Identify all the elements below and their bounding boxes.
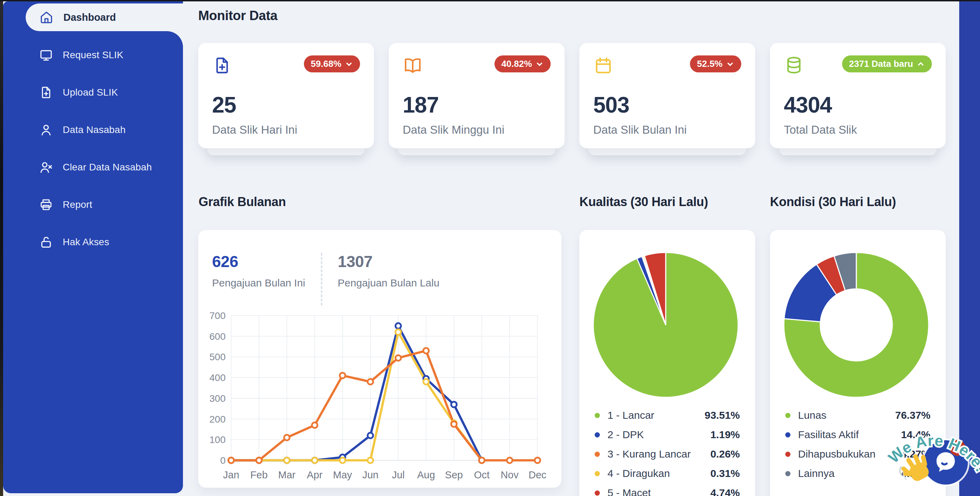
sidebar-item-data-nasabah[interactable]: Data Nasabah bbox=[3, 111, 183, 149]
legend-value: 14.4% bbox=[901, 429, 931, 440]
svg-text:600: 600 bbox=[209, 331, 226, 342]
svg-text:Sep: Sep bbox=[445, 469, 463, 480]
sidebar-item-dashboard[interactable]: Dashboard bbox=[25, 3, 183, 31]
stat-value: 187 bbox=[402, 92, 550, 118]
stat-card-top: 2371 Data baru bbox=[784, 56, 932, 77]
svg-text:Jun: Jun bbox=[362, 469, 379, 480]
chevron-up-icon bbox=[916, 60, 925, 68]
legend-dot bbox=[595, 490, 600, 496]
section-title-kondisi: Kondisi (30 Hari Lalu) bbox=[770, 195, 896, 209]
svg-text:Jul: Jul bbox=[392, 469, 405, 480]
legend-value: 1.19% bbox=[710, 429, 740, 440]
sidebar-item-label: Clear Data Nasabah bbox=[63, 162, 152, 173]
svg-text:Dec: Dec bbox=[528, 469, 546, 480]
sidebar-item-label: Dashboard bbox=[64, 12, 116, 23]
trend-badge-label: 2371 Data baru bbox=[849, 59, 913, 69]
legend-label: 3 - Kurang Lancar bbox=[608, 448, 710, 460]
stat-card-total-data-slik: 2371 Data baru4304Total Data Slik bbox=[770, 43, 946, 148]
legend-row-4-diragukan: 4 - Diragukan0.31% bbox=[595, 464, 740, 483]
book-open-icon bbox=[402, 56, 423, 77]
svg-text:500: 500 bbox=[209, 351, 226, 362]
lock-open-icon bbox=[39, 235, 53, 250]
legend-value: 76.37% bbox=[895, 409, 931, 421]
monthly-chart-card: 626 Pengajuan Bulan Ini 1307 Pengajuan B… bbox=[198, 230, 562, 488]
stat-card-top: 52.5% bbox=[593, 56, 741, 77]
svg-text:400: 400 bbox=[209, 372, 226, 383]
stat-value: 503 bbox=[593, 92, 741, 118]
legend-label: 1 - Lancar bbox=[608, 409, 705, 421]
legend-label: Lunas bbox=[798, 409, 895, 421]
legend-value: 0.31% bbox=[710, 467, 740, 479]
monthly-current: 626 Pengajuan Bulan Ini bbox=[212, 252, 305, 289]
kualitas-legend: 1 - Lancar93.51%2 - DPK1.19%3 - Kurang L… bbox=[579, 405, 755, 496]
legend-dot bbox=[785, 471, 791, 476]
monthly-current-label: Pengajuan Bulan Ini bbox=[212, 277, 305, 289]
stat-value: 4304 bbox=[784, 92, 932, 118]
legend-label: Lainnya bbox=[798, 467, 901, 479]
sidebar-item-report[interactable]: Report bbox=[3, 186, 183, 223]
sidebar-item-request-slik[interactable]: Request SLIK bbox=[3, 37, 183, 74]
stat-label: Data Slik Hari Ini bbox=[212, 123, 360, 137]
sidebar-item-label: Request SLIK bbox=[63, 49, 123, 60]
monthly-line-chart[interactable]: 0100200300400500600700JanFebMarAprMayJun… bbox=[205, 307, 555, 483]
monthly-previous: 1307 Pengajuan Bulan Lalu bbox=[338, 252, 440, 289]
legend-dot bbox=[595, 413, 600, 418]
legend-value: 93.51% bbox=[705, 409, 740, 421]
trend-badge-label: 59.68% bbox=[311, 59, 341, 69]
legend-row-lainnya: Lainnya4.96% bbox=[785, 464, 931, 483]
sidebar-nav-list: Request SLIKUpload SLIKData NasabahClear… bbox=[3, 37, 183, 261]
trend-badge-label: 40.82% bbox=[501, 59, 532, 69]
legend-row-2-dpk: 2 - DPK1.19% bbox=[595, 425, 740, 444]
section-title-kualitas: Kualitas (30 Hari Lalu) bbox=[579, 195, 708, 209]
svg-text:Apr: Apr bbox=[307, 469, 323, 480]
kondisi-donut-chart[interactable] bbox=[770, 230, 946, 407]
kondisi-chart-card: Lunas76.37%Fasilitas Aktif14.4%Dihapusbu… bbox=[770, 230, 946, 496]
monthly-previous-value: 1307 bbox=[338, 252, 440, 271]
sidebar-item-upload-slik[interactable]: Upload SLIK bbox=[3, 74, 183, 111]
legend-label: Fasilitas Aktif bbox=[798, 429, 901, 440]
legend-label: 5 - Macet bbox=[608, 487, 710, 496]
user-x-icon bbox=[39, 160, 53, 175]
svg-text:May: May bbox=[333, 469, 352, 480]
stat-card-top: 40.82% bbox=[402, 56, 550, 77]
legend-row-1-lancar: 1 - Lancar93.51% bbox=[595, 405, 740, 425]
trend-badge-label: 52.5% bbox=[697, 59, 722, 69]
sidebar-item-label: Report bbox=[63, 199, 92, 210]
chevron-down-icon bbox=[535, 60, 544, 68]
legend-dot bbox=[785, 432, 791, 437]
file-plus-icon bbox=[212, 56, 232, 77]
trend-badge[interactable]: 40.82% bbox=[495, 56, 550, 72]
legend-value: 0.26% bbox=[710, 448, 740, 460]
svg-text:Jan: Jan bbox=[223, 469, 239, 480]
stat-card-data-slik-bulan-ini: 52.5%503Data Slik Bulan Ini bbox=[579, 43, 755, 148]
monthly-current-value: 626 bbox=[212, 252, 305, 271]
kualitas-pie-chart[interactable] bbox=[579, 230, 755, 407]
stat-label: Data Slik Bulan Ini bbox=[593, 123, 741, 137]
sidebar-item-clear-data-nasabah[interactable]: Clear Data Nasabah bbox=[3, 149, 183, 186]
svg-text:100: 100 bbox=[209, 434, 226, 445]
legend-dot bbox=[595, 471, 600, 476]
file-plus-icon bbox=[39, 85, 53, 100]
legend-value: 4.74% bbox=[710, 487, 740, 496]
svg-text:Aug: Aug bbox=[417, 469, 435, 480]
section-title-grafik-bulanan: Grafik Bulanan bbox=[199, 195, 286, 209]
trend-badge[interactable]: 52.5% bbox=[690, 56, 741, 72]
sidebar-item-hak-akses[interactable]: Hak Akses bbox=[3, 223, 183, 261]
screen-top-edge bbox=[0, 0, 980, 2]
calendar-icon bbox=[593, 56, 613, 77]
trend-badge[interactable]: 2371 Data baru bbox=[842, 56, 932, 72]
monthly-stats: 626 Pengajuan Bulan Ini 1307 Pengajuan B… bbox=[212, 252, 439, 305]
legend-row-3-kurang-lancar: 3 - Kurang Lancar0.26% bbox=[595, 444, 740, 464]
sidebar-item-label: Data Nasabah bbox=[63, 124, 126, 135]
legend-dot bbox=[595, 432, 600, 437]
monthly-previous-label: Pengajuan Bulan Lalu bbox=[338, 277, 440, 289]
divider bbox=[321, 253, 322, 305]
svg-text:300: 300 bbox=[209, 393, 226, 404]
legend-row-fasilitas-aktif: Fasilitas Aktif14.4% bbox=[785, 425, 931, 444]
legend-label: Dihapusbukukan bbox=[798, 448, 901, 460]
trend-badge[interactable]: 59.68% bbox=[304, 56, 360, 72]
printer-icon bbox=[39, 197, 53, 212]
page-title: Monitor Data bbox=[198, 8, 278, 23]
kualitas-chart-card: 1 - Lancar93.51%2 - DPK1.19%3 - Kurang L… bbox=[579, 230, 755, 496]
legend-row-5-macet: 5 - Macet4.74% bbox=[595, 483, 740, 496]
